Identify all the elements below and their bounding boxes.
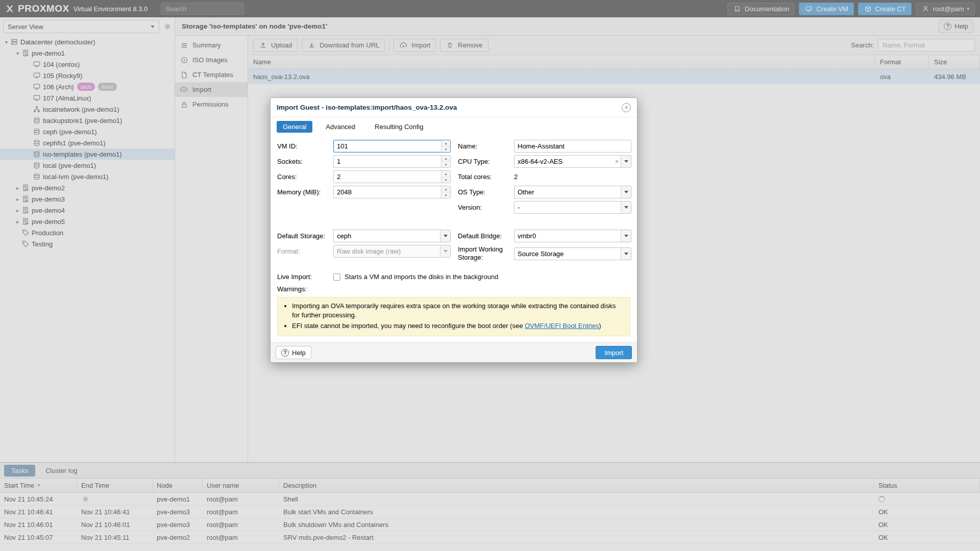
working-storage-value: Source Storage <box>514 248 621 260</box>
cores-spinner[interactable]: ▴▾ <box>441 171 450 183</box>
vm-id-label: VM ID: <box>277 142 333 151</box>
os-type-value: Other <box>514 186 621 198</box>
default-bridge-field[interactable]: vmbr0 <box>514 230 631 242</box>
version-label: Version: <box>458 204 514 212</box>
warning-item: EFI state cannot be imported, you may ne… <box>292 321 625 331</box>
import-guest-dialog: Import Guest - iso-templates:import/haos… <box>270 97 638 363</box>
dialog-title: Import Guest - iso-templates:import/haos… <box>277 104 457 111</box>
default-bridge-value: vmbr0 <box>514 230 621 242</box>
spinner-down-icon[interactable]: ▾ <box>442 162 450 167</box>
name-field <box>514 140 631 153</box>
spinner-down-icon[interactable]: ▾ <box>442 192 450 198</box>
question-icon: ? <box>281 349 289 357</box>
name-input[interactable] <box>514 140 631 152</box>
dialog-footer: ? Help Import <box>271 342 637 362</box>
sockets-spinner[interactable]: ▴▾ <box>441 156 450 167</box>
default-bridge-label: Default Bridge: <box>458 232 514 240</box>
default-storage-label: Default Storage: <box>277 232 333 240</box>
total-cores-label: Total cores: <box>458 173 514 181</box>
dialog-body: VM ID: ▴▾ Sockets: ▴▾ Cores: <box>271 136 637 336</box>
cores-label: Cores: <box>277 173 333 181</box>
cores-field: ▴▾ <box>333 170 451 183</box>
chevron-down-icon[interactable] <box>621 230 631 242</box>
cpu-type-label: CPU Type: <box>458 158 514 166</box>
ovmf-uefi-boot-entries-link[interactable]: OVMF/UEFI Boot Entries <box>525 322 599 330</box>
dialog-tabs: GeneralAdvancedResulting Config <box>271 117 637 136</box>
warnings-box: Importing an OVA temporarily requires ex… <box>277 297 630 337</box>
form-spacer <box>458 216 631 230</box>
import-submit-button[interactable]: Import <box>596 346 632 359</box>
chevron-down-icon[interactable] <box>621 248 631 260</box>
chevron-down-icon[interactable] <box>621 156 631 167</box>
version-field[interactable]: - <box>514 201 631 214</box>
form-left-column: VM ID: ▴▾ Sockets: ▴▾ Cores: <box>277 140 451 265</box>
dialog-header[interactable]: Import Guest - iso-templates:import/haos… <box>271 98 637 117</box>
close-icon[interactable]: × <box>622 103 631 112</box>
default-storage-field[interactable]: ceph <box>333 230 451 242</box>
sockets-label: Sockets: <box>277 158 333 166</box>
warning-item: Importing an OVA temporarily requires ex… <box>292 302 625 321</box>
memory-field: ▴▾ <box>333 186 451 198</box>
clear-icon[interactable]: × <box>613 156 621 167</box>
cpu-type-field: × <box>514 155 631 168</box>
spinner-up-icon[interactable]: ▴ <box>442 171 450 177</box>
memory-spinner[interactable]: ▴▾ <box>441 186 450 198</box>
dialog-help-button[interactable]: ? Help <box>276 346 311 359</box>
default-storage-value: ceph <box>334 230 440 242</box>
cores-input[interactable] <box>334 171 441 183</box>
format-value: Raw disk image (raw) <box>334 245 440 257</box>
sockets-field: ▴▾ <box>333 155 451 168</box>
os-type-label: OS Type: <box>458 188 514 196</box>
chevron-down-icon[interactable] <box>621 186 631 198</box>
live-import-label: Live Import: <box>277 273 333 281</box>
cpu-type-input[interactable] <box>514 156 613 167</box>
spinner-down-icon[interactable]: ▾ <box>442 177 450 183</box>
version-value: - <box>514 202 621 213</box>
spinner-up-icon[interactable]: ▴ <box>442 140 450 146</box>
vm-id-field: ▴▾ <box>333 140 451 153</box>
dialog-tab-resulting-config[interactable]: Resulting Config <box>369 121 429 133</box>
format-label: Format: <box>277 247 333 256</box>
dialog-help-label: Help <box>292 349 306 357</box>
total-cores-value: 2 <box>514 173 518 181</box>
spinner-down-icon[interactable]: ▾ <box>442 146 450 152</box>
live-import-description: Starts a VM and imports the disks in the… <box>345 273 498 281</box>
memory-label: Memory (MiB): <box>277 188 333 196</box>
live-import-checkbox[interactable] <box>333 273 340 281</box>
sockets-input[interactable] <box>334 156 441 167</box>
warnings-label: Warnings: <box>277 285 630 293</box>
name-label: Name: <box>458 142 514 151</box>
chevron-down-icon <box>440 245 450 257</box>
spinner-up-icon[interactable]: ▴ <box>442 186 450 192</box>
vm-id-spinner[interactable]: ▴▾ <box>441 140 450 152</box>
form-right-column: Name: CPU Type: × Total cores: 2 <box>458 140 631 265</box>
os-type-field[interactable]: Other <box>514 186 631 198</box>
chevron-down-icon[interactable] <box>440 230 450 242</box>
format-field: Raw disk image (raw) <box>333 245 451 258</box>
chevron-down-icon[interactable] <box>621 202 631 213</box>
vm-id-input[interactable] <box>334 140 441 152</box>
memory-input[interactable] <box>334 186 441 198</box>
working-storage-label: Import Working Storage: <box>458 245 514 261</box>
dialog-tab-general[interactable]: General <box>277 121 312 133</box>
warning-list: Importing an OVA temporarily requires ex… <box>281 302 625 332</box>
spinner-up-icon[interactable]: ▴ <box>442 156 450 162</box>
form-spacer <box>277 201 451 230</box>
working-storage-field[interactable]: Source Storage <box>514 247 631 260</box>
dialog-tab-advanced[interactable]: Advanced <box>320 121 361 133</box>
